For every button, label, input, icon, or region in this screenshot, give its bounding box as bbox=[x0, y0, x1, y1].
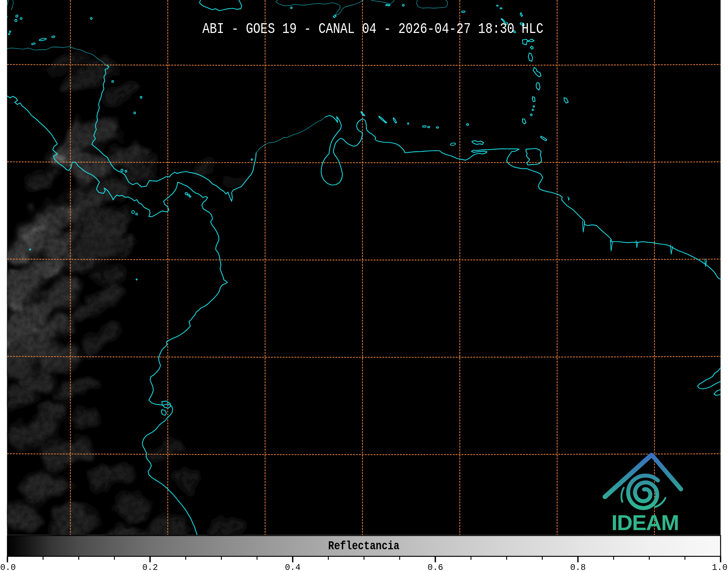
svg-text:ABI - GOES 19 - CANAL 04 - 202: ABI - GOES 19 - CANAL 04 - 2026-04-27 18… bbox=[202, 21, 543, 37]
svg-text:0.6: 0.6 bbox=[428, 563, 443, 571]
svg-text:0.2: 0.2 bbox=[142, 563, 158, 571]
svg-text:1.0: 1.0 bbox=[712, 563, 727, 571]
svg-text:0.8: 0.8 bbox=[570, 563, 586, 571]
svg-text:Reflectancia: Reflectancia bbox=[328, 539, 400, 553]
svg-text:0.0: 0.0 bbox=[0, 563, 16, 571]
svg-text:0.4: 0.4 bbox=[285, 563, 300, 571]
svg-text:IDEAM: IDEAM bbox=[611, 511, 679, 535]
